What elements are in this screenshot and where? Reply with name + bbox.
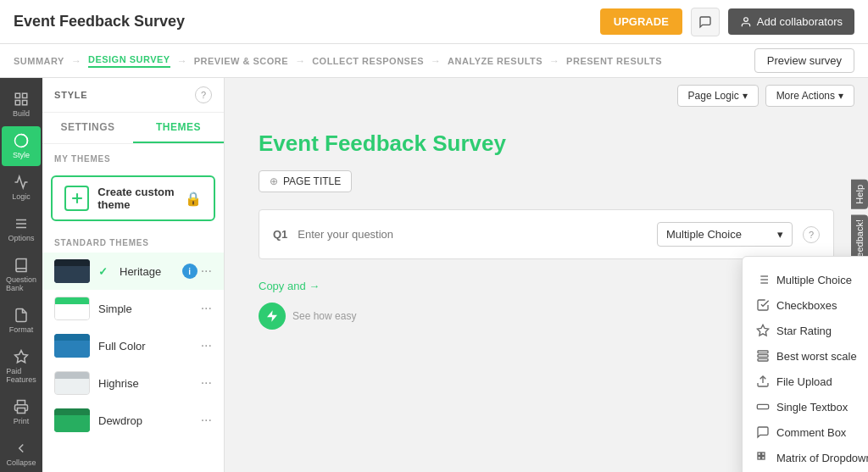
highrise-label: Highrise (98, 377, 192, 390)
question-number: Q1 (273, 228, 287, 241)
theme-heritage[interactable]: ✓ Heritage i ··· (42, 253, 224, 290)
nav-step-present[interactable]: PRESENT RESULTS (566, 56, 662, 66)
dropdown-item-comment-box[interactable]: Comment Box (743, 419, 868, 445)
simple-more-icon[interactable]: ··· (201, 301, 212, 316)
dropdown-item-star-rating[interactable]: Star Rating (743, 318, 868, 343)
nav-arrow-5: → (549, 55, 559, 67)
sidebar-item-logic[interactable]: Logic (2, 168, 41, 208)
style-help-icon[interactable]: ? (195, 86, 212, 103)
create-theme-label: Create custom theme (97, 186, 176, 211)
svg-rect-29 (762, 457, 765, 459)
svg-rect-25 (757, 404, 768, 408)
theme-dewdrop[interactable]: Dewdrop ··· (42, 402, 224, 439)
dropdown-col-left: Multiple Choice ✓ Checkboxes Star Rating… (743, 264, 868, 472)
svg-rect-4 (23, 101, 27, 105)
dewdrop-more-icon[interactable]: ··· (201, 413, 212, 428)
sliders-icon (14, 216, 29, 231)
dropdown-item-single-textbox[interactable]: Single Textbox (743, 394, 868, 419)
svg-rect-1 (15, 93, 19, 97)
print-icon (14, 399, 29, 414)
svg-rect-23 (758, 358, 768, 361)
nav-step-preview[interactable]: PREVIEW & SCORE (194, 56, 288, 66)
standard-themes-label: STANDARD THEMES (42, 228, 224, 253)
dropdown-item-matrix-dropdown[interactable]: Matrix of Dropdown Menus (743, 445, 868, 470)
highrise-thumbnail (54, 371, 90, 395)
heritage-info-icon[interactable]: i (182, 264, 198, 279)
survey-area: Event Feedback Survey ⊕ PAGE TITLE Q1 Mu… (225, 114, 868, 276)
best-worst-icon (756, 349, 770, 363)
sidebar-item-format[interactable]: Format (2, 301, 41, 341)
chevron-down-icon-3: ▾ (777, 228, 783, 241)
style-header-title: STYLE (54, 90, 87, 100)
svg-rect-26 (758, 453, 760, 455)
star-rating-icon (756, 324, 770, 337)
matrix-dropdown-icon (756, 451, 770, 464)
question-type-select[interactable]: Multiple Choice ▾ (657, 222, 793, 247)
more-actions-button[interactable]: More Actions ▾ (765, 85, 854, 107)
top-bar: Event Feedback Survey UPGRADE Add collab… (0, 0, 868, 44)
style-content: MY THEMES Create custom theme 🔒 STANDARD… (42, 144, 224, 472)
svg-marker-13 (267, 310, 277, 321)
sidebar-item-collapse[interactable]: Collapse (2, 434, 41, 472)
question-type-dropdown: Multiple Choice ✓ Checkboxes Star Rating… (742, 256, 868, 472)
create-custom-theme-button[interactable]: Create custom theme 🔒 (51, 175, 215, 221)
dropdown-item-best-worst[interactable]: Best worst scale (743, 343, 868, 369)
fullcolor-thumbnail (54, 334, 90, 358)
survey-main-title: Event Feedback Survey (259, 130, 834, 157)
tab-themes[interactable]: THEMES (133, 113, 224, 143)
heritage-label: Heritage (120, 265, 174, 278)
see-how-text: See how easy (292, 310, 356, 322)
fullcolor-more-icon[interactable]: ··· (201, 338, 212, 353)
sidebar-item-print[interactable]: Print (2, 392, 41, 432)
help-tab[interactable]: Help (851, 180, 868, 209)
svg-rect-2 (23, 93, 27, 97)
question-input[interactable] (298, 228, 647, 241)
nav-step-design[interactable]: DESIGN SURVEY (88, 54, 170, 68)
sidebar-item-options[interactable]: Options (2, 209, 41, 249)
dewdrop-actions: ··· (201, 413, 212, 428)
dropdown-item-multiple-choice[interactable]: Multiple Choice ✓ (743, 267, 868, 292)
palette-icon (14, 133, 29, 148)
nav-step-analyze[interactable]: ANALYZE RESULTS (448, 56, 542, 66)
heritage-actions: i ··· (182, 264, 212, 279)
sidebar-item-paidfeatures[interactable]: Paid Features (2, 342, 41, 391)
nav-step-summary[interactable]: SUMMARY (14, 56, 64, 66)
svg-rect-28 (758, 457, 760, 459)
upload-icon (756, 375, 770, 388)
simple-actions: ··· (201, 301, 212, 316)
page-logic-button[interactable]: Page Logic ▾ (677, 85, 759, 107)
lock-icon: 🔒 (185, 191, 202, 207)
star-icon (14, 349, 29, 364)
plus-circle-icon: ⊕ (270, 175, 278, 187)
nav-step-collect[interactable]: COLLECT RESPONSES (312, 56, 424, 66)
preview-survey-button[interactable]: Preview survey (754, 48, 854, 73)
fullcolor-actions: ··· (201, 338, 212, 353)
sidebar-item-questionbank[interactable]: Question Bank (2, 251, 41, 299)
add-collaborators-button[interactable]: Add collaborators (728, 8, 854, 35)
dropdown-item-checkboxes[interactable]: Checkboxes (743, 292, 868, 318)
theme-highrise[interactable]: Highrise ··· (42, 364, 224, 402)
heritage-check-icon: ✓ (98, 265, 108, 278)
svg-rect-3 (15, 101, 19, 105)
page-title-button[interactable]: ⊕ PAGE TITLE (259, 170, 352, 192)
sidebar-item-style[interactable]: Style (2, 126, 41, 166)
theme-simple[interactable]: Simple ··· (42, 290, 224, 327)
main-content: Page Logic ▾ More Actions ▾ Event Feedba… (225, 78, 868, 472)
theme-fullcolor[interactable]: Full Color ··· (42, 327, 224, 364)
svg-rect-27 (762, 453, 765, 455)
chevron-left-icon (14, 441, 29, 456)
dropdown-item-file-upload[interactable]: File Upload (743, 369, 868, 394)
upgrade-button[interactable]: UPGRADE (600, 8, 682, 35)
grid-icon (14, 92, 29, 107)
heritage-more-icon[interactable]: ··· (201, 264, 212, 279)
app-title: Event Feedback Survey (14, 13, 185, 31)
question-help-icon[interactable]: ? (803, 226, 820, 243)
nav-arrow-1: → (71, 55, 81, 67)
main-content-header: Page Logic ▾ More Actions ▾ (225, 78, 868, 114)
tab-settings[interactable]: SETTINGS (42, 113, 133, 143)
message-icon-button[interactable] (691, 8, 720, 36)
nav-arrow-4: → (431, 55, 441, 67)
person-icon (740, 16, 752, 28)
sidebar-item-build[interactable]: Build (2, 85, 41, 125)
highrise-more-icon[interactable]: ··· (201, 375, 212, 391)
